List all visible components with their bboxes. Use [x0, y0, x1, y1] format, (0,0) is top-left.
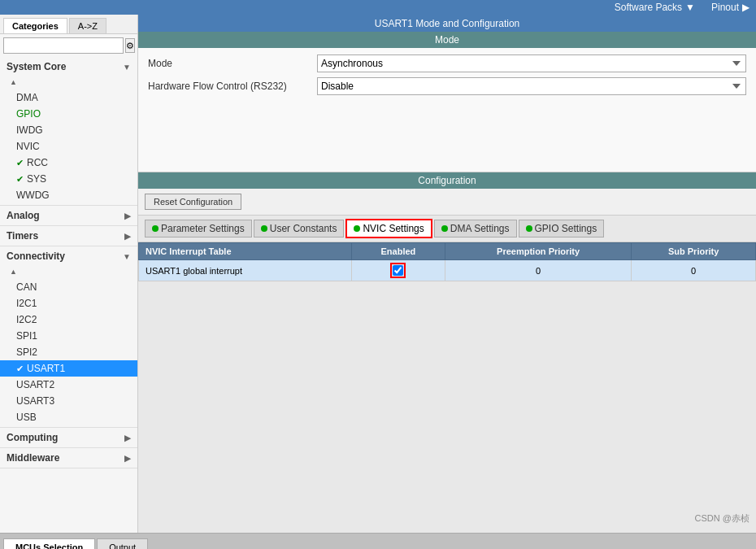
mode-section: Mode Mode Asynchronous Synchronous Disab…: [138, 32, 756, 172]
watermark: CSDN @赤桢: [695, 512, 749, 525]
col-sub-priority: Sub Priority: [632, 243, 756, 260]
sidebar: Categories A->Z ⚙ System Core ▼ ▲ DMA GP…: [0, 15, 138, 533]
sidebar-search: ⚙: [0, 34, 137, 57]
sidebar-item-usb[interactable]: USB: [0, 409, 137, 425]
connectivity-section: Connectivity ▼ ▲ CAN I2C1 I2C2 SPI1 SPI2: [0, 246, 137, 428]
config-section-header: Configuration: [138, 172, 756, 189]
sidebar-item-dma[interactable]: DMA: [0, 89, 137, 106]
interrupt-name-cell: USART1 global interrupt: [139, 260, 352, 281]
tab-user-constants[interactable]: User Constants: [254, 220, 345, 237]
table-row: USART1 global interrupt 0 0: [139, 260, 756, 281]
sidebar-item-usart1[interactable]: ✔ USART1: [0, 360, 137, 377]
timers-section: Timers ▶: [0, 226, 137, 246]
connectivity-header[interactable]: Connectivity ▼: [0, 246, 137, 266]
middleware-arrow: ▶: [124, 454, 131, 463]
sidebar-item-sys[interactable]: ✔ SYS: [0, 171, 137, 187]
sidebar-item-usart2[interactable]: USART2: [0, 377, 137, 393]
search-input[interactable]: [3, 37, 124, 54]
user-constants-dot: [261, 225, 267, 232]
tab-mcus-selection[interactable]: MCUs Selection: [3, 538, 95, 549]
enabled-cell: [351, 260, 445, 281]
sub-priority-cell: 0: [632, 260, 756, 281]
connectivity-items: CAN I2C1 I2C2 SPI1 SPI2 ✔ USART1: [0, 277, 137, 427]
search-settings-icon[interactable]: ⚙: [125, 38, 135, 53]
config-section: Configuration Reset Configuration Parame…: [138, 172, 756, 533]
timers-header[interactable]: Timers ▶: [0, 226, 137, 246]
pinout-btn[interactable]: Pinout ▶: [711, 2, 749, 13]
sidebar-item-iwdg[interactable]: IWDG: [0, 122, 137, 138]
analog-header[interactable]: Analog ▶: [0, 206, 137, 225]
tab-dma-settings[interactable]: DMA Settings: [434, 220, 517, 237]
tab-gpio-settings[interactable]: GPIO Settings: [519, 220, 605, 237]
system-core-items: DMA GPIO IWDG NVIC ✔ RCC ✔ SYS: [0, 88, 137, 205]
main-layout: Categories A->Z ⚙ System Core ▼ ▲ DMA GP…: [0, 15, 756, 533]
connectivity-arrow: ▼: [123, 252, 131, 261]
sidebar-tabs: Categories A->Z: [0, 15, 137, 34]
sidebar-item-spi1[interactable]: SPI1: [0, 328, 137, 344]
top-bar: Software Packs ▼ Pinout ▶: [0, 0, 756, 15]
analog-arrow: ▶: [124, 211, 131, 220]
col-preemption: Preemption Priority: [445, 243, 631, 260]
timers-arrow: ▶: [124, 232, 131, 241]
sidebar-item-nvic[interactable]: NVIC: [0, 138, 137, 155]
hw-flow-label: Hardware Flow Control (RS232): [148, 81, 311, 92]
analog-section: Analog ▶: [0, 206, 137, 226]
hw-flow-row: Hardware Flow Control (RS232) Disable CT…: [148, 77, 746, 95]
tab-az[interactable]: A->Z: [69, 18, 106, 33]
nvic-table: NVIC Interrupt Table Enabled Preemption …: [138, 242, 756, 281]
tab-categories[interactable]: Categories: [3, 18, 67, 33]
enabled-checkbox-wrapper: [390, 263, 406, 278]
sidebar-item-usart3[interactable]: USART3: [0, 393, 137, 409]
mode-label: Mode: [148, 58, 311, 69]
system-core-arrow: ▼: [123, 63, 131, 72]
mode-form: Mode Asynchronous Synchronous Disable Ha…: [138, 48, 756, 172]
sidebar-item-rcc[interactable]: ✔ RCC: [0, 155, 137, 171]
nvic-settings-dot: [354, 225, 360, 232]
nvic-table-container: NVIC Interrupt Table Enabled Preemption …: [138, 242, 756, 533]
middleware-header[interactable]: Middleware ▶: [0, 448, 137, 468]
enabled-checkbox[interactable]: [393, 265, 403, 276]
sidebar-item-i2c1[interactable]: I2C1: [0, 295, 137, 312]
mode-row: Mode Asynchronous Synchronous Disable: [148, 54, 746, 72]
hw-flow-select[interactable]: Disable CTS Only RTS Only CTS/RTS: [317, 77, 746, 95]
content-area: USART1 Mode and Configuration Mode Mode …: [138, 15, 756, 533]
computing-section: Computing ▶: [0, 428, 137, 448]
col-enabled: Enabled: [351, 243, 445, 260]
tab-nvic-settings[interactable]: NVIC Settings: [345, 219, 432, 238]
computing-header[interactable]: Computing ▶: [0, 428, 137, 447]
gpio-settings-dot: [526, 225, 532, 232]
parameter-settings-dot: [152, 225, 159, 232]
mode-select[interactable]: Asynchronous Synchronous Disable: [317, 54, 746, 72]
sidebar-item-i2c2[interactable]: I2C2: [0, 312, 137, 328]
config-tabs: Parameter Settings User Constants NVIC S…: [138, 216, 756, 242]
system-core-section: System Core ▼ ▲ DMA GPIO IWDG NVIC ✔: [0, 57, 137, 206]
system-core-header[interactable]: System Core ▼: [0, 57, 137, 76]
tab-output[interactable]: Output: [97, 538, 148, 549]
preemption-cell: 0: [445, 260, 631, 281]
col-interrupt-name: NVIC Interrupt Table: [139, 243, 352, 260]
middleware-section: Middleware ▶: [0, 448, 137, 468]
config-toolbar: Reset Configuration: [138, 189, 756, 216]
software-packs-btn[interactable]: Software Packs ▼: [615, 2, 695, 13]
dma-settings-dot: [441, 225, 448, 232]
content-title: USART1 Mode and Configuration: [138, 15, 756, 32]
sidebar-item-wwdg[interactable]: WWDG: [0, 187, 137, 203]
mode-section-header: Mode: [138, 32, 756, 48]
sidebar-item-gpio[interactable]: GPIO: [0, 106, 137, 122]
bottom-tabs: MCUs Selection Output: [0, 533, 756, 549]
sidebar-item-spi2[interactable]: SPI2: [0, 344, 137, 360]
computing-arrow: ▶: [124, 434, 131, 442]
reset-config-button[interactable]: Reset Configuration: [145, 194, 241, 210]
tab-parameter-settings[interactable]: Parameter Settings: [145, 220, 252, 237]
sidebar-item-can[interactable]: CAN: [0, 279, 137, 295]
